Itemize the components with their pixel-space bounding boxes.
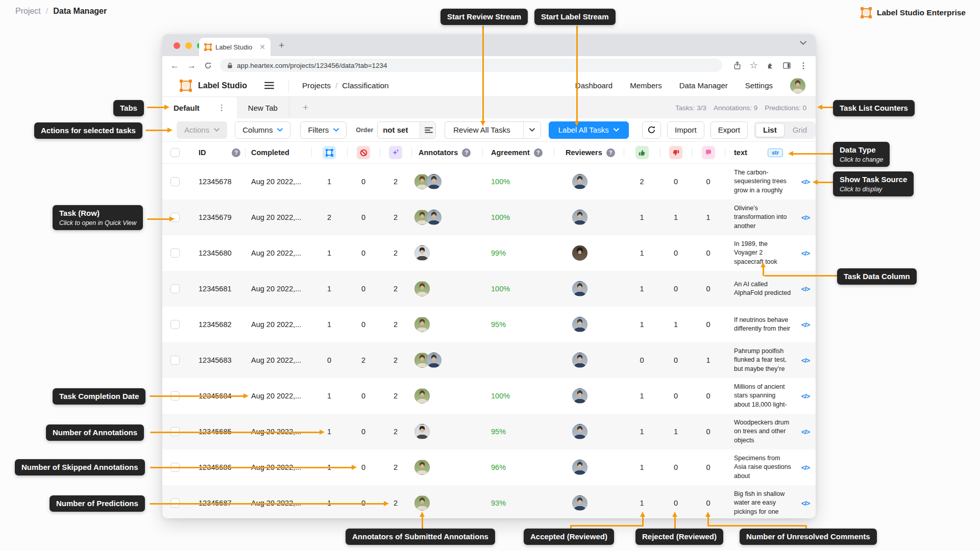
user-avatar[interactable] — [790, 78, 805, 93]
table-row[interactable]: 12345678Aug 20 2022,...102100%200The car… — [162, 164, 816, 199]
minimize-window-icon[interactable] — [185, 42, 192, 49]
nav-link-data-manager[interactable]: Data Manager — [679, 81, 728, 90]
reviewers — [554, 424, 624, 439]
chevron-down-icon[interactable] — [800, 41, 806, 45]
question-circle-icon[interactable]: ? — [232, 148, 240, 157]
nav-link-dashboard[interactable]: Dashboard — [575, 81, 612, 90]
col-agreement[interactable]: Agreement — [491, 148, 530, 157]
review-all-tasks-button[interactable]: Review All Tasks — [445, 121, 541, 139]
browser-menu-kebab-icon[interactable]: ⋮ — [799, 61, 807, 70]
filters-button[interactable]: Filters — [300, 121, 347, 139]
row-checkbox[interactable] — [170, 356, 180, 365]
question-circle-icon[interactable]: ? — [462, 148, 471, 157]
app-logo-icon[interactable] — [180, 80, 192, 92]
annotators — [411, 281, 482, 296]
new-tab-icon[interactable]: + — [279, 40, 284, 50]
share-icon[interactable] — [733, 61, 741, 70]
browser-tab[interactable]: Label Studio ✕ — [199, 38, 271, 56]
forward-icon[interactable]: → — [187, 61, 196, 70]
row-checkbox[interactable] — [170, 177, 180, 186]
skipped-count: 0 — [347, 428, 380, 436]
task-source-code-icon[interactable]: </> — [801, 214, 810, 221]
table-row[interactable]: 12345684Aug 20 2022,...102100%100Million… — [162, 378, 816, 414]
comments-count: 1 — [692, 356, 725, 364]
agreement-value: 100% — [491, 392, 510, 400]
annotator-avatar — [414, 460, 430, 475]
row-checkbox[interactable] — [170, 284, 180, 293]
app-logo-text[interactable]: Label Studio — [198, 81, 247, 90]
predictions-count: 2 — [380, 392, 411, 400]
review-options-chevron-icon[interactable] — [523, 122, 541, 138]
close-window-icon[interactable] — [174, 42, 180, 49]
annotator-avatar — [426, 174, 442, 189]
add-tab-icon[interactable]: + — [289, 97, 322, 118]
projects-link[interactable]: Projects — [302, 81, 331, 90]
actions-button[interactable]: Actions — [177, 121, 227, 139]
tab-default[interactable]: Default ⋮ — [162, 97, 237, 118]
predictions-column-sparkles-icon[interactable] — [389, 146, 402, 159]
breadcrumb-separator: / — [46, 7, 48, 16]
chevron-down-icon — [277, 128, 283, 132]
tab-options-kebab-icon[interactable]: ⋮ — [218, 103, 226, 112]
import-button[interactable]: Import — [667, 121, 704, 139]
back-icon[interactable]: ← — [170, 61, 179, 70]
task-source-code-icon[interactable]: </> — [801, 392, 810, 400]
project-breadcrumb: Projects / Classification — [302, 81, 389, 90]
question-circle-icon[interactable]: ? — [534, 148, 543, 157]
task-source-code-icon[interactable]: </> — [801, 464, 810, 471]
reviewers — [554, 245, 624, 261]
side-panel-icon[interactable] — [783, 62, 791, 69]
columns-button[interactable]: Columns — [235, 121, 290, 139]
task-source-code-icon[interactable]: </> — [801, 428, 810, 436]
sort-icon[interactable] — [420, 122, 436, 138]
task-source-code-icon[interactable]: </> — [801, 178, 810, 186]
reload-icon[interactable] — [204, 62, 212, 69]
address-bar[interactable]: app.heartex.com/projects/123456/data?tab… — [220, 59, 722, 72]
rejected-column-thumbs-down-icon[interactable] — [669, 146, 682, 159]
list-view-button[interactable]: List — [755, 123, 785, 137]
grid-view-button[interactable]: Grid — [786, 123, 814, 137]
select-all-checkbox[interactable] — [170, 148, 180, 157]
table-row[interactable]: 12345683Aug 20 2022,...022001Pahrump poo… — [162, 342, 816, 378]
accepted-column-thumbs-up-icon[interactable] — [635, 146, 649, 159]
comments-column-comment-icon[interactable] — [702, 146, 715, 159]
table-row[interactable]: 12345687Aug 20 2022,...10293%100Big fish… — [162, 485, 816, 518]
col-completed[interactable]: Completed — [251, 148, 289, 157]
nav-link-settings[interactable]: Settings — [745, 81, 773, 90]
callout-arrowhead — [169, 216, 175, 221]
table-row[interactable]: 12345682Aug 20 2022,...10295%110If neutr… — [162, 307, 816, 342]
task-id: 12345683 — [188, 356, 227, 364]
col-id[interactable]: ID — [199, 148, 206, 157]
task-source-code-icon[interactable]: </> — [801, 499, 810, 507]
order-button[interactable]: not set — [377, 121, 436, 139]
data-type-badge[interactable]: str — [768, 148, 783, 157]
extensions-puzzle-icon[interactable] — [767, 62, 774, 69]
col-text[interactable]: text — [734, 147, 747, 158]
annotations-count: 1 — [311, 392, 347, 400]
close-tab-icon[interactable]: ✕ — [259, 43, 265, 51]
task-source-code-icon[interactable]: </> — [801, 249, 810, 257]
annotations-column-icon[interactable] — [323, 146, 336, 159]
label-all-tasks-button[interactable]: Label All Tasks — [549, 121, 629, 139]
tab-new-tab[interactable]: New Tab — [237, 97, 289, 118]
callout-number-of-annotations: Number of Annotations — [46, 424, 144, 441]
table-row[interactable]: 12345681Aug 20 2022,...102100%100An AI c… — [162, 271, 816, 307]
skipped-column-cancel-icon[interactable] — [357, 146, 370, 159]
breadcrumb-section[interactable]: Project — [15, 7, 41, 16]
col-reviewers[interactable]: Reviewers — [566, 148, 602, 157]
bookmark-star-icon[interactable]: ☆ — [750, 60, 758, 71]
task-source-code-icon[interactable]: </> — [801, 357, 810, 364]
annotations-count: 1 — [311, 320, 347, 329]
nav-link-members[interactable]: Members — [630, 81, 662, 90]
row-checkbox[interactable] — [170, 248, 180, 258]
row-checkbox[interactable] — [170, 320, 180, 329]
task-source-code-icon[interactable]: </> — [801, 285, 810, 293]
refresh-button[interactable] — [642, 121, 661, 139]
table-row[interactable]: 12345680Aug 20 2022,...10299%100In 1989,… — [162, 235, 816, 271]
task-source-code-icon[interactable]: </> — [801, 321, 810, 329]
col-annotators[interactable]: Annotators — [419, 148, 458, 157]
export-button[interactable]: Export — [710, 121, 748, 139]
question-circle-icon[interactable]: ? — [606, 148, 615, 157]
table-row[interactable]: 12345679Aug 20 2022,...202100%111Olivine… — [162, 199, 816, 235]
hamburger-icon[interactable] — [264, 82, 274, 89]
